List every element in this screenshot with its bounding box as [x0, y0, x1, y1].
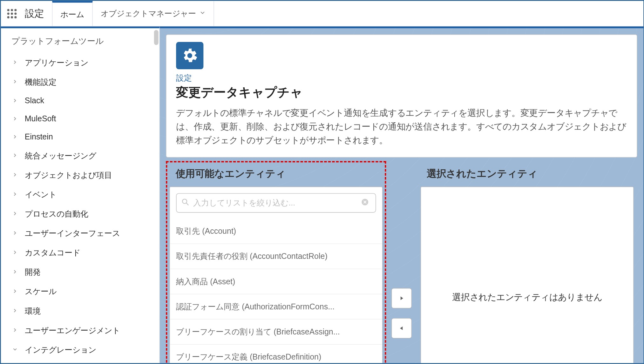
- chevron-right-icon: [11, 327, 18, 334]
- topbar: 設定 ホーム オブジェクトマネージャー: [1, 1, 643, 27]
- chevron-right-icon: [11, 97, 18, 105]
- tab-label: オブジェクトマネージャー: [101, 8, 196, 19]
- sidebar-item-label: プロセスの自動化: [25, 209, 88, 219]
- chevron-right-icon: [11, 115, 18, 123]
- sidebar-item[interactable]: プロセスの自動化: [3, 204, 159, 224]
- chevron-right-icon: [11, 152, 18, 160]
- sidebar-item-label: ユーザーインターフェース: [25, 228, 120, 239]
- svg-point-4: [11, 12, 13, 15]
- sidebar-item-label: カスタムコード: [25, 247, 80, 258]
- tab-object-manager[interactable]: オブジェクトマネージャー: [93, 1, 214, 26]
- page-title: 変更データキャプチャ: [176, 84, 627, 101]
- svg-point-9: [182, 199, 187, 204]
- sidebar-item-label: MuleSoft: [25, 114, 56, 124]
- chevron-right-icon: [11, 249, 18, 257]
- chevron-right-icon: [11, 59, 18, 67]
- sidebar-item[interactable]: Slack: [3, 92, 159, 110]
- clear-search-button[interactable]: [359, 197, 371, 209]
- sidebar-item-label: 機能設定: [25, 77, 57, 87]
- chevron-down-icon: [200, 9, 206, 18]
- available-panel: 取引先 (Account)取引先責任者の役割 (AccountContactRo…: [169, 187, 383, 363]
- list-item[interactable]: ブリーフケースの割り当て (BriefcaseAssign...: [170, 320, 382, 345]
- app-launcher-icon[interactable]: [1, 1, 23, 26]
- page-description: デフォルトの標準チャネルで変更イベント通知を生成するエンティティを選択します。変…: [176, 106, 627, 147]
- breadcrumb: 設定: [176, 73, 627, 83]
- gear-icon: [176, 42, 203, 69]
- sidebar-item[interactable]: アプリケーション: [3, 53, 159, 72]
- svg-point-3: [7, 12, 10, 15]
- sidebar-item[interactable]: Einstein: [3, 128, 159, 146]
- sidebar-section-title: プラットフォームツール: [3, 32, 159, 53]
- svg-point-8: [14, 16, 17, 18]
- tab-home[interactable]: ホーム: [52, 1, 93, 26]
- sidebar-item-label: 環境: [25, 306, 41, 316]
- sidebar-item[interactable]: 機能設定: [3, 72, 159, 92]
- sidebar-item[interactable]: オブジェクトおよび項目: [3, 165, 159, 185]
- svg-point-5: [14, 12, 17, 15]
- chevron-right-icon: [11, 229, 18, 237]
- svg-point-6: [7, 16, 10, 18]
- page-header-card: 設定 変更データキャプチャ デフォルトの標準チャネルで変更イベント通知を生成する…: [166, 34, 637, 158]
- chevron-right-icon: [11, 191, 18, 199]
- selected-panel: 選択されたエンティティはありません: [421, 187, 634, 363]
- sidebar-item[interactable]: 環境: [3, 301, 159, 321]
- sidebar-item[interactable]: ユーザーエンゲージメント: [3, 321, 159, 340]
- main-area: 設定 変更データキャプチャ デフォルトの標準チャネルで変更イベント通知を生成する…: [160, 26, 643, 363]
- available-title: 使用可能なエンティティ: [168, 160, 384, 186]
- search-icon: [181, 198, 190, 208]
- sidebar-items: アプリケーション機能設定SlackMuleSoftEinstein統合メッセージ…: [3, 53, 159, 360]
- list-item[interactable]: 取引先 (Account): [170, 219, 382, 244]
- sidebar: プラットフォームツール アプリケーション機能設定SlackMuleSoftEin…: [1, 26, 160, 363]
- svg-line-10: [186, 203, 188, 205]
- list-item[interactable]: 取引先責任者の役割 (AccountContactRole): [170, 244, 382, 269]
- sidebar-item[interactable]: インテグレーション: [3, 340, 159, 360]
- sidebar-item-label: ユーザーエンゲージメント: [25, 325, 120, 336]
- chevron-down-icon: [11, 346, 18, 354]
- search-input-wrap: [176, 193, 376, 212]
- tab-label: ホーム: [60, 9, 84, 19]
- sidebar-item[interactable]: 統合メッセージング: [3, 146, 159, 165]
- sidebar-item-label: 統合メッセージング: [25, 151, 96, 161]
- svg-point-7: [11, 16, 13, 18]
- chevron-right-icon: [11, 171, 18, 179]
- sidebar-item-label: スケール: [25, 286, 57, 297]
- sidebar-item-label: 開発: [25, 267, 41, 277]
- move-left-button[interactable]: [391, 318, 412, 338]
- chevron-right-icon: [11, 210, 18, 218]
- list-item[interactable]: 認証フォーム同意 (AuthorizationFormCons...: [170, 294, 382, 319]
- svg-point-2: [14, 9, 17, 11]
- available-list[interactable]: 取引先 (Account)取引先責任者の役割 (AccountContactRo…: [170, 219, 382, 363]
- sidebar-item[interactable]: 開発: [3, 262, 159, 282]
- chevron-right-icon: [11, 78, 18, 86]
- chevron-right-icon: [11, 133, 18, 141]
- sidebar-item-label: Slack: [25, 96, 44, 105]
- sidebar-item-label: イベント: [25, 189, 57, 200]
- sidebar-item-label: Einstein: [25, 132, 53, 142]
- sidebar-item-label: インテグレーション: [25, 345, 96, 355]
- sidebar-item[interactable]: ユーザーインターフェース: [3, 224, 159, 243]
- app-title: 設定: [23, 7, 52, 20]
- sidebar-item[interactable]: MuleSoft: [3, 110, 159, 128]
- list-item[interactable]: ブリーフケース定義 (BriefcaseDefinition): [170, 345, 382, 363]
- list-item[interactable]: 納入商品 (Asset): [170, 269, 382, 294]
- sidebar-item-label: オブジェクトおよび項目: [25, 170, 112, 180]
- svg-point-1: [11, 9, 13, 11]
- sidebar-item[interactable]: スケール: [3, 282, 159, 301]
- sidebar-item-label: アプリケーション: [25, 57, 88, 68]
- sidebar-item[interactable]: イベント: [3, 185, 159, 204]
- scrollbar-thumb[interactable]: [154, 30, 159, 45]
- move-buttons: [384, 160, 419, 338]
- selected-title: 選択されたエンティティ: [419, 160, 635, 186]
- chevron-right-icon: [11, 268, 18, 276]
- selected-empty-message: 選択されたエンティティはありません: [421, 187, 633, 363]
- chevron-right-icon: [11, 288, 18, 296]
- search-input[interactable]: [193, 198, 359, 207]
- sidebar-item[interactable]: カスタムコード: [3, 243, 159, 262]
- chevron-right-icon: [11, 307, 18, 315]
- svg-point-0: [7, 9, 10, 11]
- move-right-button[interactable]: [391, 288, 412, 308]
